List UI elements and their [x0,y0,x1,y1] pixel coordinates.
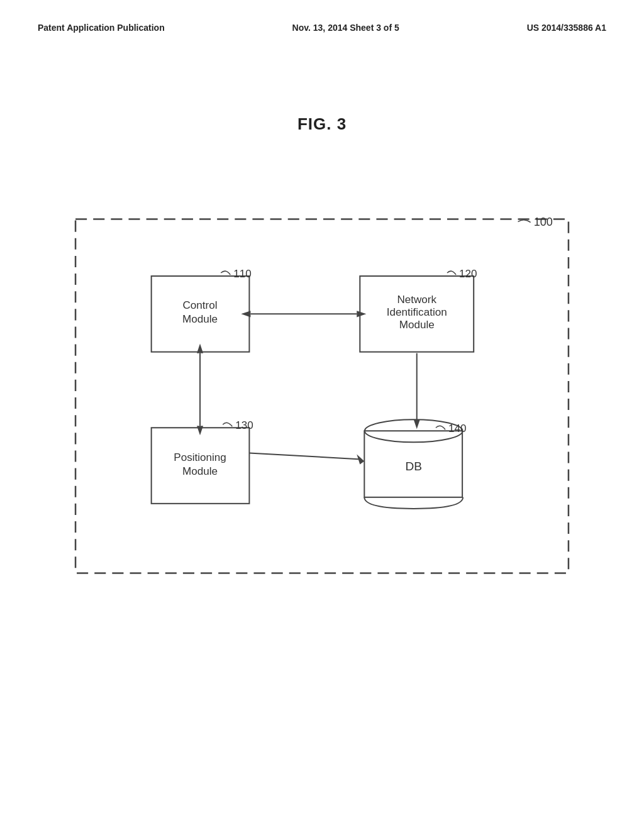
arrow-left-head [241,311,250,317]
header-right: US 2014/335886 A1 [527,23,606,33]
page-header: Patent Application Publication Nov. 13, … [0,0,644,33]
label-110: 110 [233,268,252,280]
positioning-text-2: Module [182,465,218,477]
network-id-text-1: Network [397,294,436,306]
label-100: 100 [534,216,553,228]
svg-line-2 [249,453,361,459]
figure-title: FIG. 3 [0,114,644,134]
arrow-down-head [197,426,203,435]
page: Patent Application Publication Nov. 13, … [0,0,644,830]
control-module-text-1: Control [183,299,218,311]
header-left: Patent Application Publication [38,23,165,33]
network-id-text-3: Module [399,319,435,331]
diagram-svg: 100 110 Control Module 120 Network Ident… [69,201,575,591]
arrow-up-head [197,344,203,353]
arrow-nim-to-db-head [414,419,420,429]
arrow-right-head [357,311,366,317]
label-140: 140 [448,423,467,434]
control-module-text-2: Module [182,313,218,325]
positioning-text-1: Positioning [174,451,226,463]
diagram-area: 100 110 Control Module 120 Network Ident… [69,201,575,591]
label-120: 120 [459,268,477,280]
header-center: Nov. 13, 2014 Sheet 3 of 5 [292,23,399,33]
label-130: 130 [235,419,253,431]
network-id-text-2: Identification [387,306,447,318]
db-cylinder-bottom [364,497,463,509]
outer-border [75,219,569,573]
db-label-text: DB [405,460,422,473]
